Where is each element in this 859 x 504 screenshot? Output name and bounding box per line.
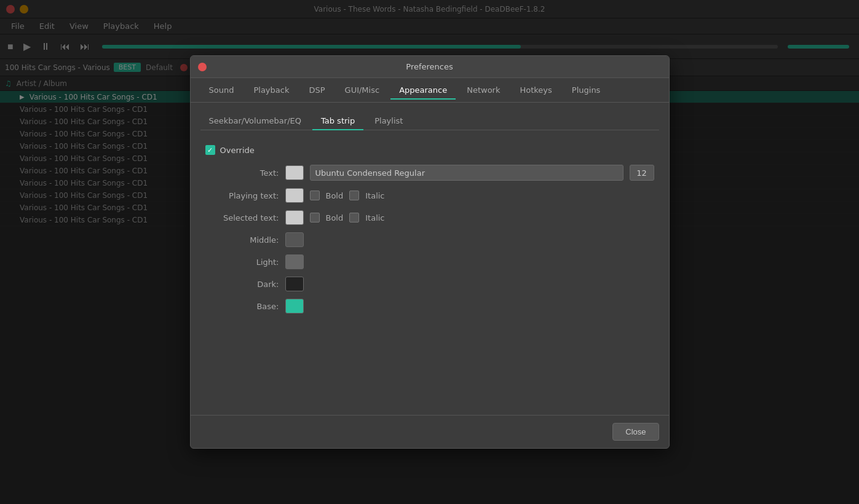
tab-dsp[interactable]: DSP bbox=[300, 82, 333, 100]
text-label: Text: bbox=[205, 168, 279, 178]
preferences-dialog: Preferences Sound Playback DSP GUI/Misc … bbox=[190, 55, 670, 449]
tab-plugins[interactable]: Plugins bbox=[563, 82, 609, 100]
text-color-swatch[interactable] bbox=[285, 165, 304, 180]
override-row: Override bbox=[205, 145, 654, 155]
font-size-display: 12 bbox=[630, 165, 654, 181]
sub-tab-playlist[interactable]: Playlist bbox=[366, 112, 411, 130]
form-section: Override Text: Ubuntu Condensed Regular … bbox=[200, 143, 659, 323]
selected-italic-checkbox[interactable] bbox=[349, 213, 359, 222]
light-label: Light: bbox=[205, 258, 279, 267]
prefs-tabbar: Sound Playback DSP GUI/Misc Appearance N… bbox=[191, 78, 669, 103]
sub-tabbar: Seekbar/Volumebar/EQ Tab strip Playlist bbox=[200, 112, 659, 130]
close-button[interactable]: Close bbox=[612, 423, 659, 441]
prefs-content: Seekbar/Volumebar/EQ Tab strip Playlist … bbox=[191, 103, 669, 415]
override-label: Override bbox=[220, 146, 255, 155]
middle-color-swatch[interactable] bbox=[285, 232, 304, 247]
prefs-close-icon[interactable] bbox=[198, 63, 207, 71]
tab-hotkeys[interactable]: Hotkeys bbox=[511, 82, 560, 100]
override-checkbox[interactable] bbox=[205, 145, 215, 155]
base-row: Base: bbox=[205, 299, 654, 313]
font-selector[interactable]: Ubuntu Condensed Regular bbox=[310, 165, 623, 181]
tab-playback[interactable]: Playback bbox=[245, 82, 298, 100]
sub-tab-seekbar[interactable]: Seekbar/Volumebar/EQ bbox=[200, 112, 310, 130]
dark-color-swatch[interactable] bbox=[285, 277, 304, 291]
selected-text-row: Selected text: Bold Italic bbox=[205, 210, 654, 225]
base-color-swatch[interactable] bbox=[285, 299, 304, 313]
tab-appearance[interactable]: Appearance bbox=[390, 82, 456, 100]
selected-italic-label: Italic bbox=[365, 213, 384, 222]
playing-text-color-swatch[interactable] bbox=[285, 188, 304, 203]
selected-text-label: Selected text: bbox=[205, 213, 279, 222]
prefs-title: Preferences bbox=[406, 62, 453, 71]
base-label: Base: bbox=[205, 302, 279, 311]
playing-text-label: Playing text: bbox=[205, 191, 279, 200]
modal-overlay: Preferences Sound Playback DSP GUI/Misc … bbox=[0, 0, 859, 504]
prefs-footer: Close bbox=[191, 415, 669, 448]
playing-bold-checkbox[interactable] bbox=[310, 191, 320, 200]
middle-row: Middle: bbox=[205, 232, 654, 247]
tab-network[interactable]: Network bbox=[458, 82, 509, 100]
playing-italic-label: Italic bbox=[365, 191, 384, 200]
dark-label: Dark: bbox=[205, 280, 279, 289]
tab-sound[interactable]: Sound bbox=[200, 82, 243, 100]
selected-bold-checkbox[interactable] bbox=[310, 213, 320, 222]
dark-row: Dark: bbox=[205, 277, 654, 291]
selected-bold-label: Bold bbox=[326, 213, 344, 222]
light-row: Light: bbox=[205, 254, 654, 269]
sub-tab-tabstrip[interactable]: Tab strip bbox=[312, 112, 363, 130]
prefs-titlebar: Preferences bbox=[191, 56, 669, 78]
selected-text-color-swatch[interactable] bbox=[285, 210, 304, 225]
text-row: Text: Ubuntu Condensed Regular 12 bbox=[205, 165, 654, 181]
playing-text-row: Playing text: Bold Italic bbox=[205, 188, 654, 203]
middle-label: Middle: bbox=[205, 235, 279, 245]
tab-gui-misc[interactable]: GUI/Misc bbox=[336, 82, 389, 100]
playing-italic-checkbox[interactable] bbox=[349, 191, 359, 200]
playing-bold-label: Bold bbox=[326, 191, 344, 200]
light-color-swatch[interactable] bbox=[285, 254, 304, 269]
